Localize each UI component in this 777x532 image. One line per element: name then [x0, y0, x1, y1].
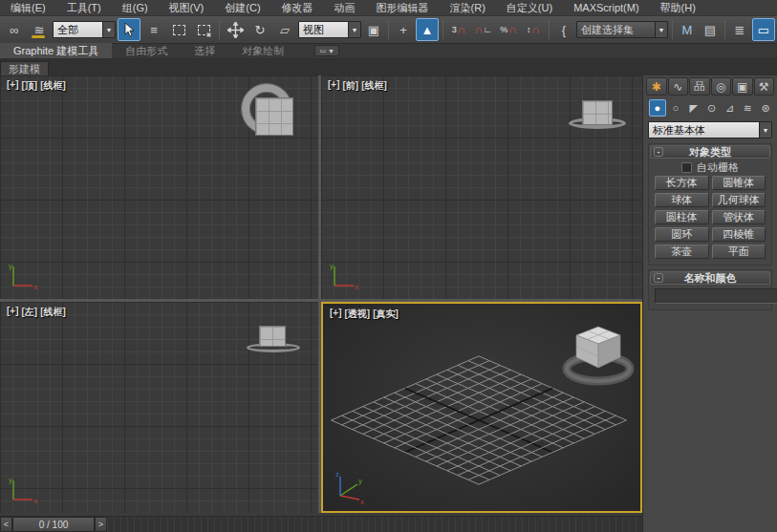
torus-button[interactable]: 圆环 [655, 227, 709, 242]
menu-create[interactable]: 创建(C) [214, 0, 270, 16]
use-pivot-center-button[interactable]: ▣ [363, 18, 384, 41]
bind-to-spacewarp-button[interactable]: ≋ [28, 18, 51, 41]
select-object-button[interactable] [118, 18, 140, 41]
tube-button[interactable]: 管状体 [712, 210, 766, 224]
select-and-rotate-button[interactable]: ↻ [248, 18, 271, 41]
shapes-icon: ○ [672, 102, 679, 114]
category-helpers[interactable]: ⊿ [721, 99, 738, 117]
viewport-area: [+] [顶] [线框] x y [+] [前] [线框] [0, 75, 642, 513]
category-systems[interactable]: ⊛ [757, 99, 774, 117]
tab-display[interactable]: ▣ [732, 77, 753, 96]
selection-filter-dropdown[interactable]: 全部 ▼ [53, 21, 116, 38]
keyboard-shortcut-override-button[interactable]: ▲ [416, 18, 439, 41]
tab-modify[interactable]: ∿ [668, 77, 689, 96]
select-and-scale-button[interactable]: ▱ [273, 18, 296, 41]
track-bar[interactable] [107, 517, 642, 532]
viewport-menu-plus[interactable]: [+] [330, 308, 342, 321]
viewport-menu-shading[interactable]: [线框] [361, 79, 387, 93]
menu-customize[interactable]: 自定义(U) [496, 0, 563, 16]
menu-edit[interactable]: 编辑(E) [0, 0, 56, 16]
viewport-menu-view[interactable]: [透视] [345, 308, 371, 321]
tab-object-paint[interactable]: 对象绘制 [228, 43, 297, 58]
main-toolbar: ∞ ≋ 全部 ▼ ≡ ↻ ▱ 视图 ▼ [0, 16, 777, 44]
menu-graph-editors[interactable]: 图形编辑器 [366, 0, 440, 16]
svg-text:x: x [355, 283, 358, 291]
category-cameras[interactable]: ⊙ [703, 99, 721, 117]
named-selection-set-dropdown[interactable]: 创建选择集 ▼ [576, 21, 668, 38]
menu-views[interactable]: 视图(V) [159, 0, 215, 16]
menu-rendering[interactable]: 渲染(R) [440, 0, 496, 16]
category-spacewarps[interactable]: ≋ [739, 99, 756, 117]
tab-create[interactable]: ✱ [646, 77, 667, 96]
time-slider[interactable]: 0 / 100 [12, 517, 95, 532]
autogrid-checkbox[interactable] [681, 162, 692, 173]
geosphere-button[interactable]: 几何球体 [712, 193, 766, 207]
primitive-category-dropdown[interactable]: 标准基本体 ▼ [648, 121, 772, 138]
reference-coordinate-dropdown[interactable]: 视图 ▼ [298, 21, 361, 38]
viewport-left[interactable]: [+] [左] [线框] x y [0, 302, 318, 513]
menu-group[interactable]: 组(G) [112, 0, 159, 16]
box-object-left[interactable] [259, 326, 286, 347]
layer-manager-button[interactable]: ≣ [729, 18, 750, 41]
menu-animation[interactable]: 动画 [324, 0, 366, 16]
sphere-button[interactable]: 球体 [655, 193, 709, 207]
minimize-ribbon-button[interactable]: ▭▼ [314, 45, 339, 56]
mirror-button[interactable]: M [677, 18, 698, 41]
viewport-top[interactable]: [+] [顶] [线框] x y [0, 75, 318, 299]
tab-utilities[interactable]: ⚒ [754, 77, 775, 96]
select-by-name-button[interactable]: ≡ [142, 18, 165, 41]
viewport-menu-shading[interactable]: [线框] [40, 306, 66, 319]
tab-freeform[interactable]: 自由形式 [112, 43, 181, 58]
edit-named-selection-sets-button[interactable]: { [553, 18, 574, 41]
cone-button[interactable]: 圆锥体 [712, 176, 766, 190]
next-frame-button[interactable]: > [95, 517, 107, 532]
tab-selection[interactable]: 选择 [181, 43, 228, 58]
menu-help[interactable]: 帮助(H) [650, 0, 706, 16]
menu-tools[interactable]: 工具(T) [56, 0, 112, 16]
tab-polygon-modeling[interactable]: 形建模 [0, 61, 49, 75]
select-and-link-button[interactable]: ∞ [3, 18, 26, 41]
tab-graphite-modeling[interactable]: Graphite 建模工具 [0, 43, 112, 58]
collapse-icon: - [654, 147, 663, 157]
teapot-button[interactable]: 茶壶 [655, 245, 709, 259]
category-lights[interactable]: ◤ [685, 99, 702, 117]
rectangular-selection-region-button[interactable] [167, 18, 190, 41]
viewport-menu-plus[interactable]: [+] [7, 79, 19, 93]
spinner-snap-button[interactable]: ↕∩ [522, 18, 545, 41]
tab-motion[interactable]: ◎ [711, 77, 732, 96]
category-shapes[interactable]: ○ [667, 99, 684, 117]
viewport-menu-plus[interactable]: [+] [7, 306, 19, 319]
window-crossing-button[interactable] [192, 18, 215, 41]
align-button[interactable]: ▤ [700, 18, 721, 41]
box-button[interactable]: 长方体 [655, 176, 709, 190]
select-and-manipulate-button[interactable]: + [393, 18, 414, 41]
object-name-input[interactable] [655, 288, 777, 304]
name-color-rollout-header[interactable]: - 名称和颜色 [650, 271, 770, 285]
tab-hierarchy[interactable]: 品 [689, 77, 710, 96]
cylinder-button[interactable]: 圆柱体 [655, 210, 709, 224]
box-object-front[interactable] [582, 100, 613, 125]
viewport-menu-view[interactable]: [前] [343, 79, 359, 93]
snap-toggle-3d-button[interactable]: 3∩ [447, 18, 470, 41]
percent-snap-button[interactable]: %∩ [497, 18, 520, 41]
box-torus-object-perspective[interactable] [550, 309, 642, 397]
angle-snap-button[interactable]: ∩∟ [472, 18, 495, 41]
viewport-front[interactable]: [+] [前] [线框] x y [321, 75, 642, 299]
box-object-top[interactable] [255, 97, 293, 136]
pyramid-button[interactable]: 四棱锥 [712, 227, 766, 242]
viewport-menu-shading[interactable]: [线框] [40, 79, 66, 93]
select-and-move-button[interactable] [224, 18, 247, 41]
previous-frame-button[interactable]: < [0, 517, 12, 532]
menu-maxscript[interactable]: MAXScript(M) [563, 0, 649, 16]
viewport-menu-shading[interactable]: [真实] [373, 308, 399, 321]
viewport-menu-view[interactable]: [顶] [22, 79, 38, 93]
viewport-menu-view[interactable]: [左] [22, 306, 38, 319]
viewport-perspective[interactable]: [+] [透视] [真实] x [321, 302, 642, 513]
viewport-menu-plus[interactable]: [+] [328, 79, 340, 93]
toggle-ribbon-button[interactable]: ▭ [752, 18, 775, 41]
category-geometry[interactable]: ● [649, 99, 666, 117]
minimize-icon: ▭ [319, 47, 326, 54]
object-type-rollout-header[interactable]: - 对象类型 [650, 145, 770, 159]
plane-button[interactable]: 平面 [712, 245, 766, 259]
menu-modifiers[interactable]: 修改器 [271, 0, 324, 16]
